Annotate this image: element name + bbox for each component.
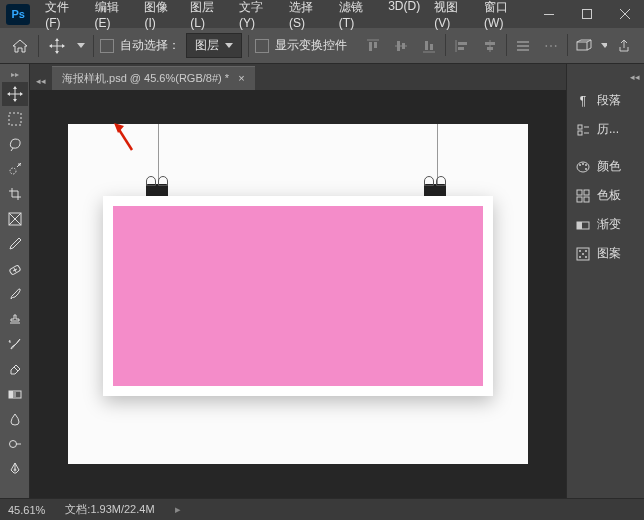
status-more-icon[interactable]: ▸	[175, 503, 181, 516]
menu-view[interactable]: 视图(V)	[427, 0, 477, 34]
share-icon[interactable]	[612, 34, 636, 58]
svg-marker-12	[225, 43, 233, 48]
panel-history[interactable]: 历...	[567, 115, 644, 144]
menu-window[interactable]: 窗口(W)	[477, 0, 530, 34]
panel-patterns[interactable]: 图案	[567, 239, 644, 268]
move-tool-indicator-icon[interactable]	[45, 34, 69, 58]
frame-tool[interactable]	[2, 207, 28, 231]
align-left-icon[interactable]	[450, 34, 474, 58]
pen-tool[interactable]	[2, 457, 28, 481]
svg-line-52	[14, 367, 18, 371]
color-icon	[575, 159, 591, 175]
menu-type[interactable]: 文字(Y)	[232, 0, 282, 34]
crop-tool[interactable]	[2, 182, 28, 206]
marquee-tool[interactable]	[2, 107, 28, 131]
3d-mode-icon[interactable]	[572, 34, 596, 58]
panel-gradient[interactable]: 渐变	[567, 210, 644, 239]
align-vcenter-icon[interactable]	[389, 34, 413, 58]
quick-select-tool[interactable]	[2, 157, 28, 181]
chevron-down-icon[interactable]	[600, 34, 608, 58]
collapse-panels-icon[interactable]: ◂◂	[567, 68, 644, 86]
distribute-icon[interactable]	[511, 34, 535, 58]
move-tool[interactable]	[2, 82, 28, 106]
tab-close-icon[interactable]: ×	[238, 72, 244, 84]
svg-marker-42	[7, 92, 10, 96]
svg-point-45	[10, 168, 16, 174]
dodge-tool[interactable]	[2, 432, 28, 456]
maximize-button[interactable]	[568, 0, 606, 28]
svg-rect-23	[458, 42, 467, 45]
svg-point-76	[579, 250, 581, 252]
title-bar: Ps 文件(F) 编辑(E) 图像(I) 图层(L) 文字(Y) 选择(S) 滤…	[0, 0, 644, 28]
menu-3d[interactable]: 3D(D)	[381, 0, 427, 34]
svg-rect-24	[458, 47, 464, 50]
zoom-level[interactable]: 45.61%	[8, 504, 45, 516]
poster-content	[113, 206, 483, 386]
menu-layer[interactable]: 图层(L)	[183, 0, 232, 34]
gradient-tool[interactable]	[2, 382, 28, 406]
history-brush-tool[interactable]	[2, 332, 28, 356]
menu-image[interactable]: 图像(I)	[137, 0, 183, 34]
more-options-icon[interactable]: ⋯	[539, 34, 563, 58]
svg-point-78	[582, 253, 584, 255]
svg-rect-31	[577, 42, 587, 50]
svg-rect-72	[584, 197, 589, 202]
auto-select-target-dropdown[interactable]: 图层	[186, 33, 242, 58]
svg-point-79	[579, 256, 581, 258]
separator	[506, 34, 507, 56]
stamp-tool[interactable]	[2, 307, 28, 331]
menu-edit[interactable]: 编辑(E)	[88, 0, 138, 34]
eraser-tool[interactable]	[2, 357, 28, 381]
svg-line-33	[587, 48, 591, 50]
svg-line-58	[118, 128, 132, 150]
collapse-tabs-icon[interactable]: ◂◂	[30, 72, 52, 90]
svg-rect-21	[430, 44, 433, 50]
menu-file[interactable]: 文件(F)	[38, 0, 87, 34]
panel-paragraph[interactable]: ¶段落	[567, 86, 644, 115]
brush-tool[interactable]	[2, 282, 28, 306]
options-right-group: ⋯	[361, 34, 636, 58]
svg-rect-71	[577, 197, 582, 202]
document-tab[interactable]: 海报样机.psd @ 45.6%(RGB/8#) * ×	[52, 66, 255, 90]
close-button[interactable]	[606, 0, 644, 28]
blur-tool[interactable]	[2, 407, 28, 431]
show-transform-checkbox[interactable]	[255, 39, 269, 53]
svg-point-67	[585, 164, 587, 166]
svg-rect-74	[577, 222, 582, 229]
dropdown-icon[interactable]	[75, 34, 87, 58]
svg-rect-60	[578, 125, 582, 129]
lasso-tool[interactable]	[2, 132, 28, 156]
svg-marker-41	[13, 99, 17, 102]
svg-rect-15	[374, 42, 377, 48]
show-transform-label: 显示变换控件	[275, 37, 347, 54]
auto-select-checkbox[interactable]	[100, 39, 114, 53]
align-bottom-icon[interactable]	[417, 34, 441, 58]
doc-info[interactable]: 文档:1.93M/22.4M	[65, 502, 154, 517]
panel-label: 颜色	[597, 158, 621, 175]
tab-title: 海报样机.psd @ 45.6%(RGB/8#) *	[62, 72, 229, 84]
menu-filter[interactable]: 滤镜(T)	[332, 0, 381, 34]
minimize-button[interactable]	[530, 0, 568, 28]
svg-rect-14	[369, 42, 372, 51]
svg-rect-29	[517, 45, 529, 47]
svg-point-56	[9, 441, 16, 448]
healing-tool[interactable]	[2, 257, 28, 281]
align-top-icon[interactable]	[361, 34, 385, 58]
panel-gap	[567, 144, 644, 152]
app-logo: Ps	[6, 4, 30, 25]
svg-rect-69	[577, 190, 582, 195]
svg-marker-9	[49, 44, 52, 48]
svg-marker-43	[20, 92, 23, 96]
separator	[93, 35, 94, 57]
swatches-icon	[575, 188, 591, 204]
panel-color[interactable]: 颜色	[567, 152, 644, 181]
expand-tools-icon[interactable]: ▸▸	[9, 68, 21, 81]
eyedropper-tool[interactable]	[2, 232, 28, 256]
panel-swatches[interactable]: 色板	[567, 181, 644, 210]
auto-select-label: 自动选择：	[120, 37, 180, 54]
home-icon[interactable]	[8, 34, 32, 58]
canvas-viewport[interactable]	[30, 90, 566, 498]
svg-rect-70	[584, 190, 589, 195]
align-hcenter-icon[interactable]	[478, 34, 502, 58]
menu-select[interactable]: 选择(S)	[282, 0, 332, 34]
